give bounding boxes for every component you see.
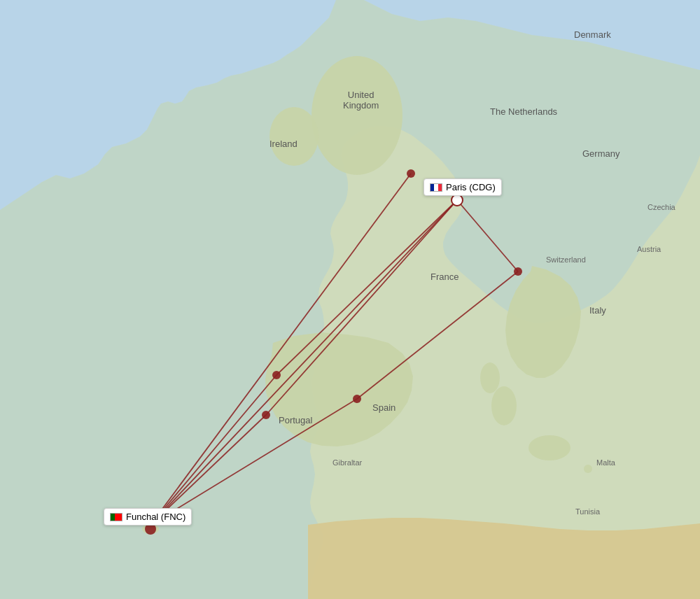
paris-label: Paris (CDG) [424, 178, 502, 196]
map-container: Paris (CDG) Funchal (FNC) Denmark United… [0, 0, 700, 599]
svg-point-21 [514, 267, 522, 276]
svg-point-5 [480, 362, 500, 393]
paris-label-text: Paris (CDG) [446, 182, 496, 192]
svg-point-19 [262, 411, 270, 419]
svg-point-4 [528, 435, 570, 460]
funchal-label-text: Funchal (FNC) [126, 512, 186, 522]
svg-point-22 [451, 195, 463, 206]
svg-point-17 [407, 169, 415, 178]
svg-point-1 [312, 56, 402, 175]
svg-point-18 [272, 371, 281, 379]
svg-point-20 [353, 395, 361, 403]
portugal-flag [110, 513, 122, 521]
svg-point-3 [491, 386, 517, 425]
svg-point-6 [584, 465, 592, 473]
funchal-label: Funchal (FNC) [104, 508, 192, 526]
svg-point-2 [270, 107, 318, 166]
france-flag [430, 183, 442, 192]
